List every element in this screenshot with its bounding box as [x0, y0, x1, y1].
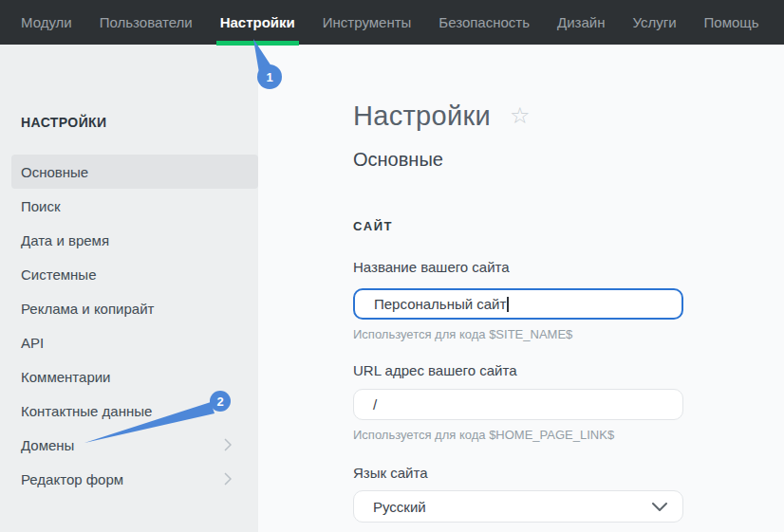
- admin-panel: Модули Пользователи Настройки Инструмент…: [0, 0, 784, 532]
- page-title-row: Настройки ☆: [353, 100, 784, 132]
- nav-item-users[interactable]: Пользователи: [100, 14, 193, 30]
- settings-sidebar: НАСТРОЙКИ Основные Поиск Дата и время Си…: [0, 45, 258, 532]
- sidebar-item-label: Домены: [21, 437, 74, 453]
- site-url-input[interactable]: /: [353, 389, 683, 420]
- sidebar-item-search[interactable]: Поиск: [11, 189, 258, 223]
- text-cursor: [507, 297, 509, 312]
- sidebar-item-form-editor[interactable]: Редактор форм: [11, 462, 258, 496]
- nav-item-help[interactable]: Помощь: [704, 14, 759, 30]
- settings-content: Настройки ☆ Основные САЙТ Название вашег…: [258, 45, 784, 532]
- sidebar-item-label: Поиск: [21, 198, 61, 214]
- site-language-label: Язык сайта: [353, 465, 784, 482]
- nav-item-settings-label: Настройки: [220, 14, 295, 30]
- page-subtitle: Основные: [353, 147, 784, 172]
- sidebar-item-api[interactable]: API: [11, 325, 258, 359]
- sidebar-item-general[interactable]: Основные: [11, 155, 258, 189]
- nav-item-settings[interactable]: Настройки: [220, 14, 295, 30]
- chevron-right-icon: [224, 472, 232, 486]
- nav-item-design[interactable]: Дизайн: [557, 14, 605, 30]
- sidebar-item-label: Основные: [21, 164, 88, 180]
- favorite-star-icon[interactable]: ☆: [510, 104, 531, 127]
- step-2-number: 2: [216, 394, 223, 409]
- nav-item-modules[interactable]: Модули: [21, 14, 72, 30]
- site-name-help: Используется для кода $SITE_NAME$: [353, 327, 784, 341]
- sidebar-item-label: Дата и время: [21, 232, 109, 248]
- sidebar-item-label: Редактор форм: [21, 471, 123, 487]
- sidebar-item-system[interactable]: Системные: [11, 257, 258, 291]
- sidebar-item-label: API: [21, 335, 44, 351]
- top-nav: Модули Пользователи Настройки Инструмент…: [0, 0, 784, 45]
- site-language-value: Русский: [373, 499, 426, 515]
- site-language-select[interactable]: Русский: [353, 490, 683, 523]
- site-name-input[interactable]: Персональный сайт: [353, 288, 683, 320]
- sidebar-heading: НАСТРОЙКИ: [21, 115, 258, 130]
- chevron-down-icon: [652, 503, 667, 511]
- sidebar-item-ads-copyright[interactable]: Реклама и копирайт: [11, 291, 258, 325]
- site-url-label: URL адрес вашего сайта: [353, 362, 784, 379]
- step-1-number: 1: [266, 70, 272, 84]
- step-2-annotation-badge: 2: [74, 381, 237, 453]
- site-url-value: /: [373, 396, 377, 413]
- nav-item-tools[interactable]: Инструменты: [323, 14, 412, 30]
- step-1-annotation-badge: 1: [243, 36, 287, 91]
- site-name-value: Персональный сайт: [374, 296, 506, 312]
- sidebar-item-date-time[interactable]: Дата и время: [11, 223, 258, 257]
- page-title: Настройки: [353, 100, 491, 132]
- site-name-label: Название вашего сайта: [353, 259, 784, 276]
- site-url-help: Используется для кода $HOME_PAGE_LINK$: [353, 428, 784, 442]
- nav-item-security[interactable]: Безопасность: [439, 14, 530, 30]
- sidebar-item-label: Системные: [21, 266, 96, 283]
- nav-item-services[interactable]: Услуги: [632, 14, 676, 30]
- sidebar-item-label: Реклама и копирайт: [21, 301, 154, 317]
- section-heading-site: САЙТ: [353, 219, 784, 234]
